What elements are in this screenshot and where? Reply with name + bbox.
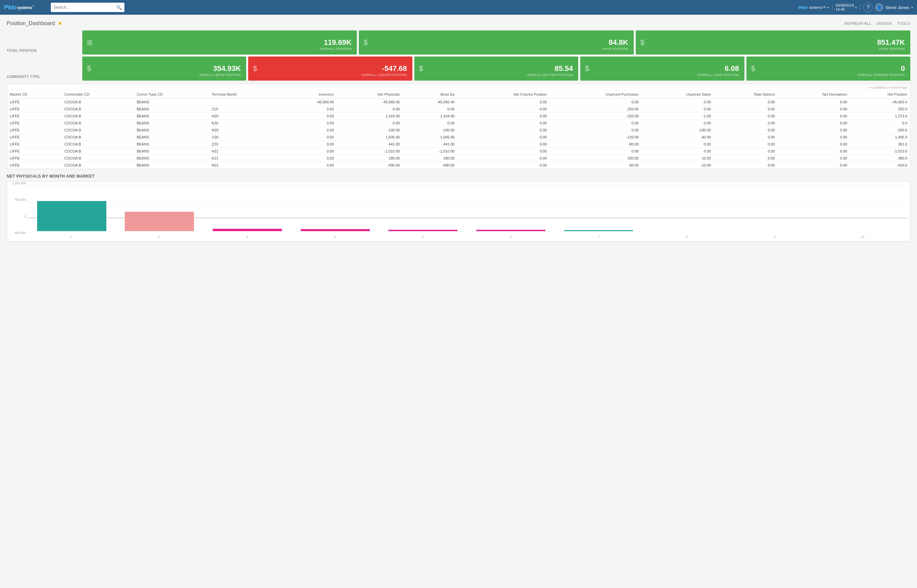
col-unpriced-purchases: Unpriced Purchases [549, 90, 641, 99]
y-label-4: -500,000 [14, 231, 26, 234]
table-cell: -40.00 [641, 134, 714, 141]
table-cell: 380.0 [850, 155, 910, 162]
col-inventory: Inventory [282, 90, 337, 99]
table-cell: -10.00 [641, 162, 714, 169]
chart-x-label: 7 [555, 235, 643, 239]
liffe-position-label: LIFFE POSITION [879, 47, 905, 50]
table-cell: 0.00 [549, 127, 641, 134]
app-name-display: Phlo systems™ ▾ [798, 5, 833, 10]
table-cell: 0.00 [402, 120, 457, 127]
col-net-physicals: Net Physicals [336, 90, 402, 99]
chart-x-label: 6 [467, 235, 555, 239]
chart-bar-group [731, 185, 818, 231]
bean-position-value: 354.93K [213, 65, 241, 73]
search-input[interactable] [53, 5, 116, 10]
table-cell: BEANS [134, 106, 209, 113]
table-row: LIFFECOCOA BBEANSZ190.000.000.000.00250.… [7, 106, 910, 113]
table-cell: COCOA B [62, 120, 134, 127]
dashboard-title-text: Position_Dashboard [7, 20, 55, 26]
table-cell: COCOA B [62, 106, 134, 113]
table-cell: BEANS [134, 162, 209, 169]
table-cell: -100.00 [641, 127, 714, 134]
commodity-type-label-col: COMMODITY TYPE: [7, 57, 80, 81]
table-cell: LIFFE [7, 148, 62, 155]
gridline-neg [27, 232, 907, 232]
table-cell: BEANS [134, 141, 209, 148]
table-updated-text: ⟳ Updated a moment ago [7, 84, 910, 90]
design-button[interactable]: DESIGN [877, 21, 891, 26]
table-row: LIFFECOCOA BBEANSH200.001,424.001,424.00… [7, 113, 910, 120]
table-cell: U20 [209, 134, 282, 141]
table-cell: 0.00 [457, 141, 549, 148]
bean-position-card: $ 354.93K OVERALL BEAN POSITION [82, 57, 246, 81]
table-cell: COCOA B [62, 99, 134, 106]
dollar-icon: $ [419, 64, 423, 73]
table-cell: -45,660.40 [282, 99, 337, 106]
table-cell: N20 [209, 127, 282, 134]
tools-button[interactable]: TOOLS [897, 21, 910, 26]
favorite-star-icon[interactable]: ★ [58, 20, 62, 26]
search-box[interactable]: 🔍 [51, 3, 124, 12]
table-row: LIFFECOCOA BBEANS-45,660.40-45,660.40-45… [7, 99, 910, 106]
table-cell: 0.00 [778, 120, 850, 127]
table-cell: 0.00 [714, 162, 778, 169]
table-cell: 0.00 [641, 106, 714, 113]
table-cell: COCOA B [62, 134, 134, 141]
table-cell: 0.00 [549, 148, 641, 155]
table-cell: LIFFE [7, 155, 62, 162]
table-cell: BEANS [134, 148, 209, 155]
table-cell: K20 [209, 120, 282, 127]
table-cell: 0.00 [457, 155, 549, 162]
table-cell: 1,605.00 [402, 134, 457, 141]
table-cell [209, 99, 282, 106]
chart-bar-group [204, 185, 291, 231]
total-position-row: TOTAL POSITION ⊞ 119.69K OVERALL POSITIO… [7, 31, 910, 55]
overall-position-value: 119.69K [324, 39, 352, 47]
table-cell: -45,660.40 [402, 99, 457, 106]
table-cell: 0.00 [714, 134, 778, 141]
chart-title: NET PHYSICALS BY MONTH AND MARKET [7, 174, 910, 179]
datetime-chevron[interactable]: ▾ [855, 6, 857, 10]
y-label-3: 0 [24, 215, 26, 218]
chart-plot-area [27, 185, 907, 231]
chart-bar-group [468, 185, 554, 231]
table-cell: 0.00 [778, 162, 850, 169]
table-cell: LIFFE [7, 134, 62, 141]
table-cell: 0.00 [714, 99, 778, 106]
table-cell: 0.00 [282, 127, 337, 134]
table-cell: COCOA B [62, 141, 134, 148]
total-position-label-col: TOTAL POSITION [7, 31, 80, 55]
table-cell: -45,660.40 [336, 99, 402, 106]
table-cell: 1,273.0 [850, 113, 910, 120]
table-cell: 0.00 [282, 106, 337, 113]
user-avatar-icon: 👤 [875, 3, 883, 11]
col-unpriced-sales: Unpriced Sales [641, 90, 714, 99]
table-cell: -80.00 [549, 141, 641, 148]
app-name-chevron[interactable]: ▾ [827, 6, 829, 10]
table-cell: 0.00 [282, 141, 337, 148]
table-row: LIFFECOCOA BBEANSZ200.00441.00441.000.00… [7, 141, 910, 148]
dollar-icon: $ [751, 64, 755, 73]
table-cell: 0.00 [714, 113, 778, 120]
chart-bar-group [28, 185, 115, 231]
table-cell: BEANS [134, 120, 209, 127]
table-cell: 0.00 [282, 120, 337, 127]
table-cell: 0.00 [778, 148, 850, 155]
cake-position-card: $ 6.08 OVERALL CAKE POSITION [580, 57, 744, 81]
table-cell: 0.00 [282, 148, 337, 155]
refresh-all-button[interactable]: REFRESH ALL [844, 21, 871, 26]
table-cell: 1,424.00 [336, 113, 402, 120]
chart-x-label: 2 [115, 235, 203, 239]
dashboard-title: Position_Dashboard ★ [7, 20, 62, 26]
table-cell: 0.00 [402, 106, 457, 113]
table-row: LIFFECOCOA BBEANSN210.00-490.00-490.000.… [7, 162, 910, 169]
table-cell: LIFFE [7, 162, 62, 169]
user-chevron: ▾ [911, 6, 913, 10]
table-cell: 361.0 [850, 141, 910, 148]
overall-position-label: OVERALL POSITION [320, 47, 352, 50]
chart-bar-group [555, 185, 642, 231]
user-menu[interactable]: 👤 Steve Jones ▾ [875, 3, 913, 11]
help-button[interactable]: ? [863, 3, 872, 12]
powder-position-card: $ 0 OVERALL POWDER POSITION [746, 57, 910, 81]
table-cell: LIFFE [7, 106, 62, 113]
